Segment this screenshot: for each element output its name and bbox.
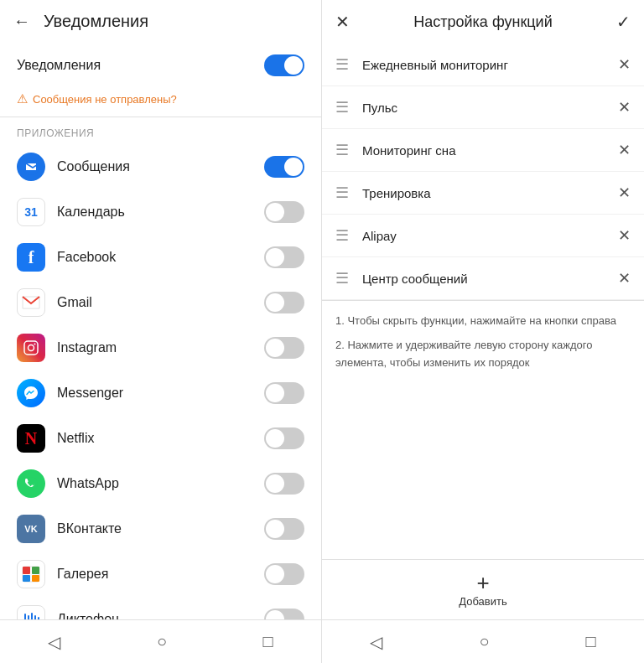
notifications-row: Уведомления — [0, 43, 321, 88]
app-row-gmail: Gmail — [0, 280, 321, 325]
function-row-workout: ☰Тренировка✕ — [322, 172, 644, 215]
function-row-sleep: ☰Мониторинг сна✕ — [322, 129, 644, 172]
app-name-calendar: Календарь — [57, 205, 125, 220]
notifications-toggle[interactable] — [264, 54, 304, 76]
app-toggle-gmail[interactable] — [264, 292, 304, 313]
function-name-daily: Ежедневный мониторинг — [362, 58, 618, 72]
drag-icon-sleep[interactable]: ☰ — [335, 141, 349, 159]
app-toggle-instagram[interactable] — [264, 337, 304, 359]
remove-icon-daily[interactable]: ✕ — [618, 55, 631, 74]
app-toggle-vk[interactable] — [264, 518, 304, 540]
left-panel: ← Уведомления Уведомления ⚠ Сообщения не… — [0, 0, 322, 663]
right-nav-bar: ◁ ○ □ — [322, 619, 644, 663]
error-row: ⚠ Сообщения не отправлены? — [0, 88, 321, 117]
left-nav-home[interactable]: ○ — [157, 632, 167, 651]
add-button[interactable]: + Добавить — [322, 559, 644, 619]
back-icon[interactable]: ← — [13, 12, 30, 31]
left-nav-bar: ◁ ○ □ — [0, 619, 321, 663]
app-toggle-messages[interactable] — [264, 156, 304, 178]
drag-icon-pulse[interactable]: ☰ — [335, 98, 349, 117]
app-toggle-netflix[interactable] — [264, 427, 304, 449]
check-icon[interactable]: ✓ — [616, 12, 631, 32]
svg-rect-13 — [31, 613, 33, 619]
app-row-dictaphone: Диктофон — [0, 597, 321, 619]
left-page-title: Уведомления — [44, 12, 148, 31]
app-list: Сообщения31КалендарьfFacebookGmailInstag… — [0, 144, 321, 619]
function-row-messages: ☰Центр сообщений✕ — [322, 257, 644, 300]
app-name-vk: ВКонтакте — [57, 521, 122, 536]
svg-rect-1 — [24, 341, 38, 355]
app-name-instagram: Instagram — [57, 340, 117, 355]
app-row-gallery: Галерея — [0, 552, 321, 597]
app-name-gmail: Gmail — [57, 295, 92, 310]
function-row-daily: ☰Ежедневный мониторинг✕ — [322, 44, 644, 86]
right-nav-recent[interactable]: □ — [585, 632, 595, 651]
apps-section-label: ПРИЛОЖЕНИЯ — [0, 117, 321, 144]
notifications-label: Уведомления — [17, 58, 101, 73]
right-nav-home[interactable]: ○ — [479, 632, 489, 651]
app-icon-netflix: N — [17, 424, 45, 453]
drag-icon-workout[interactable]: ☰ — [335, 184, 349, 202]
app-row-netflix: NNetflix — [0, 416, 321, 461]
hint-line-2: 2. Нажмите и удерживайте левую сторону к… — [335, 337, 631, 372]
add-label: Добавить — [459, 595, 506, 608]
drag-icon-messages[interactable]: ☰ — [335, 269, 349, 287]
app-toggle-messenger[interactable] — [264, 382, 304, 404]
left-content: Уведомления ⚠ Сообщения не отправлены? П… — [0, 43, 321, 619]
svg-rect-10 — [32, 575, 39, 582]
error-text: Сообщения не отправлены? — [33, 93, 177, 106]
remove-icon-messages[interactable]: ✕ — [618, 269, 631, 287]
function-name-messages: Центр сообщений — [362, 272, 618, 286]
app-toggle-facebook[interactable] — [264, 246, 304, 268]
function-row-pulse: ☰Пульс✕ — [322, 86, 644, 129]
left-header: ← Уведомления — [0, 0, 321, 43]
remove-icon-workout[interactable]: ✕ — [618, 184, 631, 202]
app-row-messenger: Messenger — [0, 370, 321, 416]
drag-icon-daily[interactable]: ☰ — [335, 55, 349, 74]
app-name-whatsapp: WhatsApp — [57, 476, 119, 491]
add-icon: + — [476, 572, 489, 593]
remove-icon-alipay[interactable]: ✕ — [618, 226, 631, 245]
function-name-alipay: Alipay — [362, 229, 618, 243]
app-icon-whatsapp — [17, 469, 45, 498]
app-name-netflix: Netflix — [57, 431, 94, 446]
svg-rect-8 — [32, 567, 39, 574]
left-nav-recent[interactable]: □ — [263, 632, 273, 651]
app-name-facebook: Facebook — [57, 250, 116, 265]
app-row-calendar: 31Календарь — [0, 189, 321, 235]
app-toggle-whatsapp[interactable] — [264, 473, 304, 495]
remove-icon-pulse[interactable]: ✕ — [618, 98, 631, 117]
right-panel: ✕ Настройка функций ✓ ☰Ежедневный монито… — [322, 0, 644, 663]
app-toggle-dictaphone[interactable] — [264, 609, 304, 619]
right-page-title: Настройка функций — [413, 13, 552, 31]
app-row-instagram: Instagram — [0, 325, 321, 370]
app-toggle-gallery[interactable] — [264, 563, 304, 585]
app-icon-messages — [17, 153, 45, 181]
right-nav-back[interactable]: ◁ — [370, 632, 382, 652]
left-nav-back[interactable]: ◁ — [48, 632, 60, 652]
function-list: ☰Ежедневный мониторинг✕☰Пульс✕☰Мониторин… — [322, 44, 644, 300]
app-icon-gallery — [17, 560, 45, 588]
drag-icon-alipay[interactable]: ☰ — [335, 226, 349, 245]
app-icon-calendar: 31 — [17, 198, 45, 226]
right-content: ☰Ежедневный мониторинг✕☰Пульс✕☰Мониторин… — [322, 44, 644, 559]
hint-line-1: 1. Чтобы скрыть функции, нажимайте на кн… — [335, 313, 631, 330]
remove-icon-sleep[interactable]: ✕ — [618, 141, 631, 159]
hint-text: 1. Чтобы скрыть функции, нажимайте на кн… — [335, 313, 631, 371]
close-icon[interactable]: ✕ — [335, 12, 350, 32]
app-name-messenger: Messenger — [57, 386, 123, 401]
app-name-gallery: Галерея — [57, 567, 108, 582]
app-icon-instagram — [17, 334, 45, 362]
function-name-workout: Тренировка — [362, 186, 618, 200]
hint-box: 1. Чтобы скрыть функции, нажимайте на кн… — [322, 300, 644, 390]
app-icon-messenger — [17, 379, 45, 407]
svg-rect-11 — [24, 614, 26, 619]
app-icon-gmail — [17, 288, 45, 317]
app-icon-vk: VK — [17, 515, 45, 543]
app-row-whatsapp: WhatsApp — [0, 461, 321, 506]
svg-rect-9 — [23, 575, 30, 582]
function-row-alipay: ☰Alipay✕ — [322, 215, 644, 257]
app-toggle-calendar[interactable] — [264, 201, 304, 223]
svg-rect-7 — [23, 567, 30, 574]
right-header: ✕ Настройка функций ✓ — [322, 0, 644, 44]
